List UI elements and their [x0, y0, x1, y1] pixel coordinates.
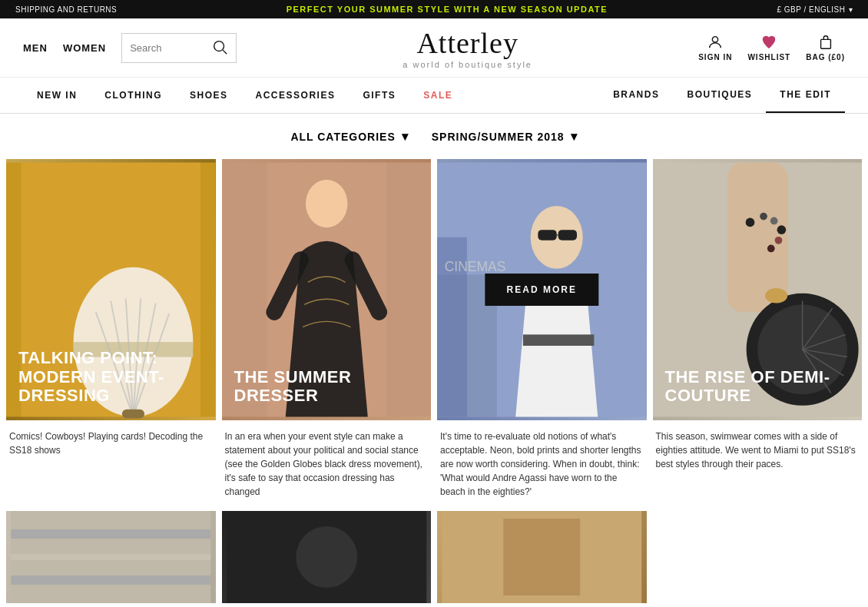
card-3-description: It's time to re-evaluate old notions of … — [437, 420, 647, 505]
search-icon[interactable] — [211, 38, 228, 58]
main-nav-right: BRANDS BOUTIQUES THE EDIT — [599, 78, 845, 113]
card-2[interactable]: THE SUMMER DRESSER In an era when your e… — [222, 159, 432, 505]
sign-in-button[interactable]: SIGN IN — [698, 34, 732, 61]
card-1[interactable]: TALKING POINT: MODERN EVENT-DRESSING Com… — [6, 159, 216, 505]
announcement-bar: SHIPPING AND RETURNS PERFECT YOUR SUMMER… — [0, 0, 868, 18]
nav-sale[interactable]: SALE — [409, 78, 466, 112]
svg-rect-26 — [538, 230, 556, 240]
category-filter-label: ALL CATEGORIES — [290, 131, 395, 143]
svg-rect-54 — [503, 519, 580, 595]
header-right: SIGN IN WISHLIST BAG (£0) — [698, 34, 845, 61]
read-more-button[interactable]: READ MORE — [485, 274, 598, 306]
bottom-card-2[interactable] — [222, 511, 432, 603]
svg-point-0 — [214, 41, 224, 51]
bottom-card-3[interactable] — [437, 511, 647, 603]
bottom-card-4 — [653, 511, 863, 603]
bag-icon — [817, 34, 834, 51]
nav-shoes[interactable]: SHOES — [176, 78, 242, 112]
card-1-description: Comics! Cowboys! Playing cards! Decoding… — [6, 420, 216, 463]
svg-point-17 — [306, 180, 348, 227]
nav-the-edit[interactable]: THE EDIT — [766, 78, 845, 113]
nav-accessories[interactable]: ACCESSORIES — [242, 78, 350, 112]
shipping-returns-link[interactable]: SHIPPING AND RETURNS — [15, 5, 117, 14]
card-4-overlay: THE RISE OF DEMI-COUTURE — [665, 368, 850, 405]
chevron-down-icon: ▾ — [849, 5, 853, 14]
heart-icon — [760, 34, 777, 51]
season-chevron-icon: ▾ — [571, 129, 578, 144]
logo-title: Atterley — [403, 26, 532, 60]
card-2-image: THE SUMMER DRESSER — [222, 159, 432, 420]
bottom-card-3-image — [437, 511, 647, 603]
header-left: MEN WOMEN — [23, 33, 237, 63]
svg-point-34 — [770, 217, 777, 225]
card-1-image: TALKING POINT: MODERN EVENT-DRESSING — [6, 159, 216, 420]
card-3[interactable]: CINEMAS READ MORE It's time to re-evalua… — [437, 159, 647, 505]
bottom-row — [0, 505, 868, 603]
card-2-overlay: THE SUMMER DRESSER — [234, 368, 419, 405]
men-link[interactable]: MEN — [23, 42, 48, 54]
svg-point-36 — [774, 237, 782, 244]
card-4-image: THE RISE OF DEMI-COUTURE — [653, 159, 863, 420]
svg-point-33 — [760, 213, 767, 221]
main-nav: NEW IN CLOTHING SHOES ACCESSORIES GIFTS … — [0, 78, 868, 114]
wishlist-button[interactable]: WISHLIST — [747, 34, 790, 61]
logo-area[interactable]: Atterley a world of boutique style — [403, 26, 532, 69]
svg-text:CINEMAS: CINEMAS — [445, 259, 506, 274]
card-4[interactable]: THE RISE OF DEMI-COUTURE This season, sw… — [653, 159, 863, 505]
bottom-card-1-image — [6, 511, 216, 603]
season-filter[interactable]: SPRING/SUMMER 2018 ▾ — [432, 129, 578, 144]
search-box — [121, 33, 237, 63]
main-nav-left: NEW IN CLOTHING SHOES ACCESSORIES GIFTS … — [23, 78, 466, 112]
bottom-card-1-illustration — [6, 511, 216, 603]
wishlist-label: WISHLIST — [747, 53, 790, 61]
bag-button[interactable]: BAG (£0) — [806, 34, 845, 61]
svg-rect-29 — [523, 334, 594, 346]
search-input[interactable] — [130, 42, 211, 54]
svg-rect-3 — [820, 39, 830, 48]
season-filter-label: SPRING/SUMMER 2018 — [432, 131, 565, 143]
nav-boutiques[interactable]: BOUTIQUES — [673, 78, 766, 113]
card-1-overlay: TALKING POINT: MODERN EVENT-DRESSING — [18, 349, 204, 405]
nav-new-in[interactable]: NEW IN — [23, 78, 91, 112]
bottom-card-2-image — [222, 511, 432, 603]
bottom-card-3-illustration — [437, 511, 647, 603]
bottom-card-1[interactable] — [6, 511, 216, 603]
category-filter[interactable]: ALL CATEGORIES ▾ — [290, 129, 408, 144]
nav-clothing[interactable]: CLOTHING — [91, 78, 176, 112]
cards-grid: TALKING POINT: MODERN EVENT-DRESSING Com… — [0, 159, 868, 505]
nav-gifts[interactable]: GIFTS — [349, 78, 409, 112]
user-icon — [707, 34, 724, 51]
header: MEN WOMEN Atterley a world of boutique s… — [0, 18, 868, 78]
card-2-description: In an era when your event style can make… — [222, 420, 432, 505]
svg-point-2 — [713, 37, 718, 42]
card-4-description: This season, swimwear comes with a side … — [653, 420, 863, 477]
svg-rect-27 — [558, 230, 577, 240]
promo-text: PERFECT YOUR SUMMER STYLE WITH A NEW SEA… — [117, 5, 777, 14]
svg-point-32 — [745, 218, 754, 227]
bottom-card-2-illustration — [222, 511, 432, 603]
filters-bar: ALL CATEGORIES ▾ SPRING/SUMMER 2018 ▾ — [0, 114, 868, 159]
svg-point-52 — [296, 526, 357, 588]
svg-point-35 — [777, 225, 786, 234]
currency-label: £ GBP / ENGLISH — [777, 5, 845, 14]
bag-label: BAG (£0) — [806, 53, 845, 61]
svg-line-1 — [223, 50, 227, 54]
women-link[interactable]: WOMEN — [63, 42, 106, 54]
card-3-image: CINEMAS READ MORE — [437, 159, 647, 420]
nav-brands[interactable]: BRANDS — [599, 78, 673, 113]
logo-tagline: a world of boutique style — [403, 60, 532, 69]
svg-point-46 — [764, 288, 787, 303]
svg-point-37 — [767, 245, 774, 253]
sign-in-label: SIGN IN — [698, 53, 732, 61]
currency-selector[interactable]: £ GBP / ENGLISH ▾ — [777, 5, 853, 14]
category-chevron-icon: ▾ — [402, 129, 409, 144]
svg-rect-14 — [122, 410, 144, 419]
